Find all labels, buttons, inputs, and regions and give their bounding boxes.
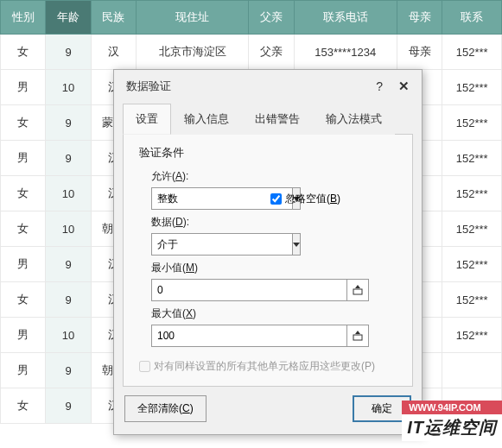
tab-error-alert[interactable]: 出错警告 <box>242 104 313 135</box>
cell-age[interactable]: 9 <box>46 282 91 318</box>
cell-contact[interactable]: 152*** <box>442 211 502 247</box>
min-input[interactable] <box>151 279 346 301</box>
cell-phone[interactable]: 153****1234 <box>294 35 397 70</box>
col-age[interactable]: 年龄 <box>46 1 91 35</box>
max-input[interactable] <box>151 325 346 347</box>
apply-all-checkbox <box>139 361 150 372</box>
cell-contact[interactable]: 152*** <box>442 318 502 353</box>
cell-gender[interactable]: 男 <box>1 353 46 388</box>
table-header-row: 性别 年龄 民族 现住址 父亲 联系电话 母亲 联系 <box>1 1 502 35</box>
col-gender[interactable]: 性别 <box>1 1 46 35</box>
table-row: 女9汉北京市海淀区父亲153****1234母亲152*** <box>1 35 502 70</box>
min-label: 最小值(M) <box>151 261 397 275</box>
cell-age[interactable]: 9 <box>46 141 91 176</box>
cell-gender[interactable]: 女 <box>1 388 46 424</box>
dialog-title: 数据验证 <box>126 79 376 94</box>
apply-all-checkbox-label: 对有同样设置的所有其他单元格应用这些更改(P) <box>139 359 397 374</box>
cell-age[interactable]: 9 <box>46 105 91 141</box>
cell-age[interactable]: 10 <box>46 318 91 353</box>
watermark-text: IT运维空间 <box>402 414 502 441</box>
cell-age[interactable]: 9 <box>46 353 91 388</box>
ignore-blank-text: 忽略空值(B) <box>285 192 340 206</box>
cell-age[interactable]: 9 <box>46 388 91 424</box>
cell-gender[interactable]: 女 <box>1 176 46 211</box>
allow-label: 允许(A): <box>151 169 397 184</box>
col-ethnic[interactable]: 民族 <box>91 1 136 35</box>
cell-contact[interactable]: 152*** <box>442 247 502 282</box>
cell-ethnic[interactable]: 汉 <box>91 35 136 70</box>
min-range-picker-icon[interactable] <box>346 279 369 301</box>
cell-gender[interactable]: 男 <box>1 247 46 282</box>
cell-age[interactable]: 10 <box>46 176 91 211</box>
cell-contact[interactable]: 152*** <box>442 70 502 105</box>
min-input-group <box>151 279 369 301</box>
apply-all-text: 对有同样设置的所有其他单元格应用这些更改(P) <box>154 359 375 374</box>
data-combo[interactable] <box>151 233 255 256</box>
cell-age[interactable]: 10 <box>46 211 91 247</box>
cell-gender[interactable]: 男 <box>1 141 46 176</box>
cell-father[interactable]: 父亲 <box>249 35 294 70</box>
tab-settings[interactable]: 设置 <box>123 104 171 135</box>
cell-gender[interactable]: 女 <box>1 35 46 70</box>
allow-combo[interactable] <box>151 187 255 210</box>
col-contact[interactable]: 联系 <box>442 1 502 35</box>
cell-gender[interactable]: 男 <box>1 70 46 105</box>
data-dropdown-icon[interactable] <box>292 233 301 256</box>
cell-addr[interactable]: 北京市海淀区 <box>137 35 249 70</box>
ignore-blank-checkbox[interactable] <box>270 193 282 205</box>
data-validation-dialog: 数据验证 ? ✕ 设置 输入信息 出错警告 输入法模式 验证条件 允许(A): … <box>113 69 423 435</box>
dialog-titlebar: 数据验证 ? ✕ <box>114 70 422 103</box>
watermark-url: WWW.94IP.COM <box>402 401 502 414</box>
dialog-button-row: 全部清除(C) 确定 <box>114 387 422 434</box>
help-icon[interactable]: ? <box>376 79 383 93</box>
max-input-group <box>151 325 369 347</box>
close-icon[interactable]: ✕ <box>398 79 410 94</box>
max-range-picker-icon[interactable] <box>346 325 369 347</box>
cell-contact[interactable] <box>442 353 502 388</box>
clear-all-button[interactable]: 全部清除(C) <box>124 395 207 422</box>
max-label: 最大值(X) <box>151 306 397 321</box>
cell-age[interactable]: 10 <box>46 70 91 105</box>
data-input[interactable] <box>151 233 292 256</box>
col-address[interactable]: 现住址 <box>137 1 249 35</box>
data-label: 数据(D): <box>151 215 397 230</box>
col-mother[interactable]: 母亲 <box>397 1 442 35</box>
cell-age[interactable]: 9 <box>46 247 91 282</box>
cell-contact[interactable]: 152*** <box>442 35 502 70</box>
tab-ime-mode[interactable]: 输入法模式 <box>313 104 395 135</box>
cell-contact[interactable]: 152*** <box>442 141 502 176</box>
cell-contact[interactable]: 152*** <box>442 282 502 318</box>
ignore-blank-checkbox-label[interactable]: 忽略空值(B) <box>270 192 340 206</box>
svg-rect-1 <box>353 335 362 340</box>
cell-gender[interactable]: 女 <box>1 211 46 247</box>
svg-rect-0 <box>353 289 362 294</box>
cell-gender[interactable]: 女 <box>1 105 46 141</box>
tab-input-message[interactable]: 输入信息 <box>171 104 242 135</box>
cell-age[interactable]: 9 <box>46 35 91 70</box>
validation-criteria-label: 验证条件 <box>139 145 397 161</box>
cell-contact[interactable]: 152*** <box>442 105 502 141</box>
cell-mother[interactable]: 母亲 <box>397 35 442 70</box>
cell-contact[interactable]: 152*** <box>442 176 502 211</box>
col-father[interactable]: 父亲 <box>249 1 294 35</box>
tab-settings-content: 验证条件 允许(A): 忽略空值(B) 数据(D): <box>123 135 413 387</box>
watermark: WWW.94IP.COM IT运维空间 <box>402 401 502 441</box>
cell-gender[interactable]: 女 <box>1 282 46 318</box>
col-phone[interactable]: 联系电话 <box>294 1 397 35</box>
dialog-tabs: 设置 输入信息 出错警告 输入法模式 <box>123 103 413 135</box>
cell-gender[interactable]: 男 <box>1 318 46 353</box>
